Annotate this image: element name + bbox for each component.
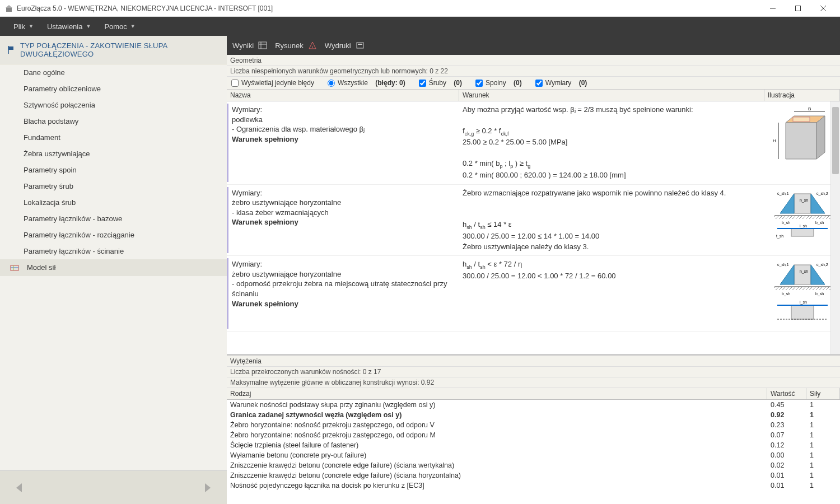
capacity-row[interactable]: Żebro horyzontalne: nośność przekroju za… (227, 420, 840, 430)
sidebar-item[interactable]: Fundament (0, 129, 227, 146)
capacity-sily: 1 (806, 471, 840, 480)
window-title: EuroZłącza 5.0 - WEWNĘTRZNA, NIEKOMERCYJ… (17, 4, 760, 12)
capacity-wartosc: 0.00 (767, 451, 806, 460)
minimize-button[interactable] (760, 0, 785, 17)
filter-spoiny-count: (0) (514, 79, 522, 87)
sidebar-item[interactable]: Lokalizacja śrub (0, 194, 227, 211)
results-body[interactable]: Wymiary:podlewka- Ograniczenia dla wsp. … (227, 101, 840, 354)
capacity-table[interactable]: Warunek nośności podstawy słupa przy zgi… (227, 400, 840, 504)
sidebar-item[interactable]: Blacha podstawy (0, 113, 227, 129)
col-header-nazwa[interactable]: Nazwa (227, 90, 459, 101)
capacity-wartosc: 0.92 (767, 410, 806, 419)
results-scrollbar[interactable] (830, 101, 840, 354)
result-row: Wymiary:podlewka- Ograniczenia dla wsp. … (227, 101, 840, 185)
filter-sruby[interactable]: Śruby (0) (419, 79, 462, 87)
sidebar-item[interactable]: Sztywność połączenia (0, 97, 227, 113)
filter-wymiary-label: Wymiary (545, 79, 572, 87)
filter-all[interactable]: Wszystkie (błędy: 0) (328, 79, 405, 87)
model-icon (10, 263, 19, 272)
capacity-row[interactable]: Nośność pojedynczego łącznika na docisk … (227, 480, 840, 491)
svg-text:c_sh,1: c_sh,1 (777, 263, 789, 267)
svg-rect-53 (791, 305, 814, 319)
filter-wymiary[interactable]: Wymiary (0) (535, 79, 587, 87)
flag-icon (7, 45, 16, 54)
svg-text:b_sh: b_sh (815, 292, 824, 296)
capacity-sily: 1 (806, 410, 840, 419)
svg-marker-45 (811, 265, 825, 284)
capacity-wartosc: 0.01 (767, 481, 806, 490)
sidebar-model-section[interactable]: Model sił (0, 259, 227, 276)
capacity-wartosc: 0.45 (767, 400, 806, 409)
capacity-sily: 1 (806, 400, 840, 409)
filter-errors-only[interactable]: Wyświetlaj jedynie błędy (231, 79, 314, 87)
capacity-rodzaj: Nośność pojedynczego łącznika na docisk … (227, 481, 767, 490)
connection-type-label: Typ połączenia - ZAKOTWIENIE SŁUPA DWUGA… (20, 41, 220, 58)
prev-button[interactable] (11, 480, 27, 496)
filter-wymiary-count: (0) (579, 79, 587, 87)
capacity-sily: 1 (806, 481, 840, 490)
menubar: Plik▼Ustawienia▼Pomoc▼ (0, 17, 840, 36)
svg-rect-18 (357, 43, 363, 48)
connection-type-header[interactable]: Typ połączenia - ZAKOTWIENIE SŁUPA DWUGA… (0, 36, 227, 64)
scrollbar-thumb[interactable] (832, 107, 839, 174)
filter-all-count: (błędy: 0) (375, 79, 405, 87)
menu-ustawienia[interactable]: Ustawienia▼ (40, 19, 98, 34)
toolbar-label: Wyniki (232, 41, 254, 50)
toolbar-wydruki[interactable]: Wydruki (325, 41, 365, 50)
sidebar-item[interactable]: Parametry spoin (0, 162, 227, 178)
col-header-rodzaj[interactable]: Rodzaj (227, 388, 767, 399)
svg-marker-1 (6, 5, 12, 8)
result-row: Wymiary:żebro usztywniające horyzontalne… (227, 185, 840, 256)
svg-rect-28 (794, 194, 811, 213)
chevron-down-icon: ▼ (86, 24, 91, 29)
col-header-warunek[interactable]: Warunek (459, 90, 764, 101)
svg-marker-29 (780, 194, 794, 213)
sidebar: Typ połączenia - ZAKOTWIENIE SŁUPA DWUGA… (0, 36, 227, 504)
menu-plik[interactable]: Plik▼ (7, 19, 40, 34)
capacity-rodzaj: Wyłamanie betonu (concrete pry-out failu… (227, 451, 767, 460)
capacity-row[interactable]: Zniszczenie krawędzi betonu (concrete ed… (227, 470, 840, 480)
chevron-down-icon: ▼ (130, 24, 136, 29)
svg-rect-13 (259, 42, 267, 49)
capacity-wartosc: 0.01 (767, 471, 806, 480)
result-nazwa: Wymiary:podlewka- Ograniczenia dla wsp. … (227, 104, 459, 182)
svg-rect-43 (794, 265, 811, 284)
col-header-ilustr[interactable]: Ilustracja (764, 90, 840, 101)
maximize-button[interactable] (785, 0, 810, 17)
sidebar-item[interactable]: Parametry łączników - rozciąganie (0, 227, 227, 243)
col-header-wartosc[interactable]: Wartość (767, 388, 806, 399)
svg-rect-47 (774, 287, 830, 290)
sidebar-item[interactable]: Parametry łączników - ścinanie (0, 243, 227, 259)
sidebar-item[interactable]: Parametry śrub (0, 178, 227, 194)
sidebar-item[interactable]: Parametry obliczeniowe (0, 81, 227, 97)
svg-rect-19 (358, 44, 362, 45)
toolbar-wyniki[interactable]: Wyniki (232, 41, 267, 50)
svg-text:h_sh: h_sh (800, 269, 808, 274)
sidebar-item[interactable]: Parametry łączników - bazowe (0, 211, 227, 227)
filter-spoiny[interactable]: Spoiny (0) (475, 79, 522, 87)
capacity-line1: Liczba przekroczonych warunków nośności:… (227, 367, 840, 377)
toolbar-rysunek[interactable]: Rysunek (275, 41, 317, 50)
menu-pomoc[interactable]: Pomoc▼ (97, 19, 142, 34)
capacity-row[interactable]: Warunek nośności podstawy słupa przy zgi… (227, 400, 840, 410)
menu-label: Pomoc (104, 22, 127, 31)
capacity-row[interactable]: Granica zadanej sztywności węzła (względ… (227, 410, 840, 420)
capacity-line2: Maksymalne wytężenie główne w obliczanej… (227, 377, 840, 388)
capacity-panel: Wytężenia Liczba przekroczonych warunków… (227, 356, 840, 504)
close-button[interactable] (810, 0, 836, 17)
capacity-row[interactable]: Zniszczenie krawędzi betonu (concrete ed… (227, 460, 840, 470)
svg-rect-0 (6, 7, 12, 12)
svg-rect-7 (8, 46, 13, 50)
capacity-row[interactable]: Żebro horyzontalne: nośność przekroju za… (227, 430, 840, 440)
capacity-row[interactable]: Wyłamanie betonu (concrete pry-out failu… (227, 450, 840, 460)
capacity-row[interactable]: Ścięcie trzpienia (steel failure of fast… (227, 440, 840, 450)
col-header-sily[interactable]: Siły (806, 388, 840, 399)
capacity-rodzaj: Żebro horyzontalne: nośność przekroju za… (227, 421, 767, 430)
toolbar-label: Wydruki (325, 41, 351, 50)
sidebar-item[interactable]: Żebra usztywniające (0, 146, 227, 162)
menu-label: Plik (13, 22, 25, 31)
next-button[interactable] (200, 480, 216, 496)
svg-text:l_sh: l_sh (800, 224, 807, 228)
sidebar-item[interactable]: Dane ogólne (0, 64, 227, 81)
filter-sruby-count: (0) (454, 79, 462, 87)
